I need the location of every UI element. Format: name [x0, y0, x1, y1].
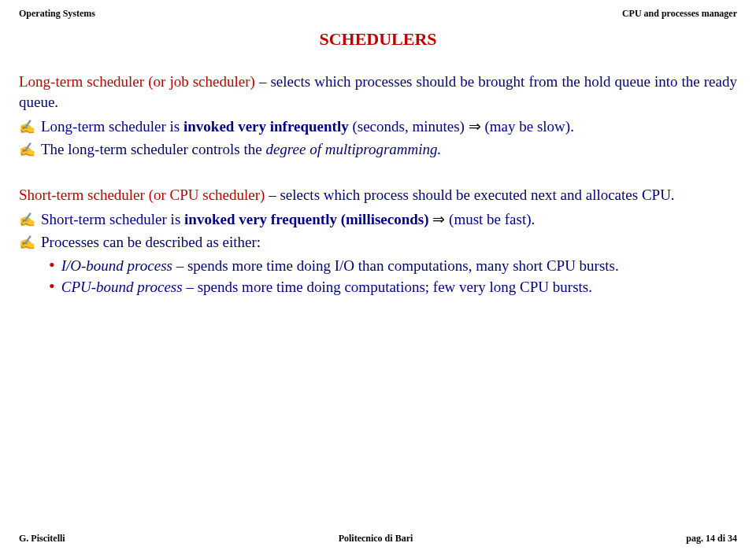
b2-ital: degree of multiprogramming.	[265, 141, 441, 157]
page: Operating Systems CPU and processes mana…	[0, 0, 756, 554]
bullet-text: Long-term scheduler is invoked very infr…	[41, 116, 737, 137]
b3-bold: invoked very frequently (milliseconds)	[184, 211, 429, 227]
footer-institution: Politecnico di Bari	[339, 533, 413, 545]
bullet-text: Short-term scheduler is invoked very fre…	[41, 209, 737, 230]
hand-icon: ✍	[19, 232, 33, 253]
b2-pre: The long-term scheduler controls the	[41, 141, 265, 157]
page-of: di	[715, 533, 728, 544]
page-num: 14	[706, 533, 715, 544]
paragraph-shortterm: Short-term scheduler (or CPU scheduler) …	[19, 185, 737, 205]
footer-author: G. Piscitelli	[19, 533, 65, 545]
b3-pre: Short-term scheduler is	[41, 211, 184, 227]
b1-bold: invoked very infrequently	[183, 118, 349, 135]
hand-icon: ✍	[19, 116, 33, 138]
shortterm-lead: Short-term scheduler	[19, 187, 145, 203]
bullet-text: Processes can be described as either:	[41, 232, 737, 253]
page-title: SCHEDULERS	[19, 29, 737, 50]
b1-post: (seconds, minutes)	[349, 118, 469, 135]
footer-row: G. Piscitelli Politecnico di Bari pag. 1…	[19, 533, 737, 545]
sb1-ital: I/O-bound process	[61, 257, 172, 274]
sub-bullet-list: • I/O-bound process – spends more time d…	[49, 256, 737, 297]
longterm-paren: (or job scheduler)	[144, 73, 255, 90]
b1-tail: (may be slow).	[481, 118, 574, 135]
shortterm-paren: (or CPU scheduler)	[145, 187, 265, 203]
arrow-icon: ⇒	[432, 211, 445, 227]
bullet-longterm-degree: ✍ The long-term scheduler controls the d…	[19, 139, 737, 161]
sb2-rest: – spends more time doing computations; f…	[183, 279, 592, 295]
hand-icon: ✍	[19, 139, 33, 161]
footer-page: pag. 14 di 34	[686, 533, 737, 545]
sb1-rest: – spends more time doing I/O than comput…	[172, 257, 619, 274]
page-total: 34	[728, 533, 737, 544]
sb2-ital: CPU-bound process	[61, 279, 183, 295]
hand-icon: ✍	[19, 209, 33, 231]
b3-tail: (must be fast).	[445, 211, 535, 227]
sub-bullet-text: I/O-bound process – spends more time doi…	[61, 256, 737, 276]
header-left: Operating Systems	[19, 8, 95, 20]
longterm-lead: Long-term scheduler	[19, 73, 144, 90]
sub-bullet-text: CPU-bound process – spends more time doi…	[61, 277, 737, 297]
bullet-dot-icon: •	[49, 256, 55, 275]
paragraph-longterm: Long-term scheduler (or job scheduler) –…	[19, 72, 737, 112]
bullet-processes-either: ✍ Processes can be described as either:	[19, 232, 737, 253]
bullet-longterm-invoked: ✍ Long-term scheduler is invoked very in…	[19, 116, 737, 138]
header-right: CPU and processes manager	[622, 8, 737, 20]
page-prefix: pag.	[686, 533, 706, 544]
bullet-dot-icon: •	[49, 277, 55, 296]
shortterm-rest: – selects which process should be execut…	[265, 187, 674, 203]
bullet-shortterm-invoked: ✍ Short-term scheduler is invoked very f…	[19, 209, 737, 231]
spacer	[19, 163, 737, 185]
b1-pre: Long-term scheduler is	[41, 118, 183, 135]
sub-bullet-cpu-bound: • CPU-bound process – spends more time d…	[49, 277, 737, 297]
bullet-text: The long-term scheduler controls the deg…	[41, 139, 737, 160]
header-row: Operating Systems CPU and processes mana…	[19, 8, 737, 20]
sub-bullet-io-bound: • I/O-bound process – spends more time d…	[49, 256, 737, 276]
arrow-icon: ⇒	[469, 118, 481, 135]
